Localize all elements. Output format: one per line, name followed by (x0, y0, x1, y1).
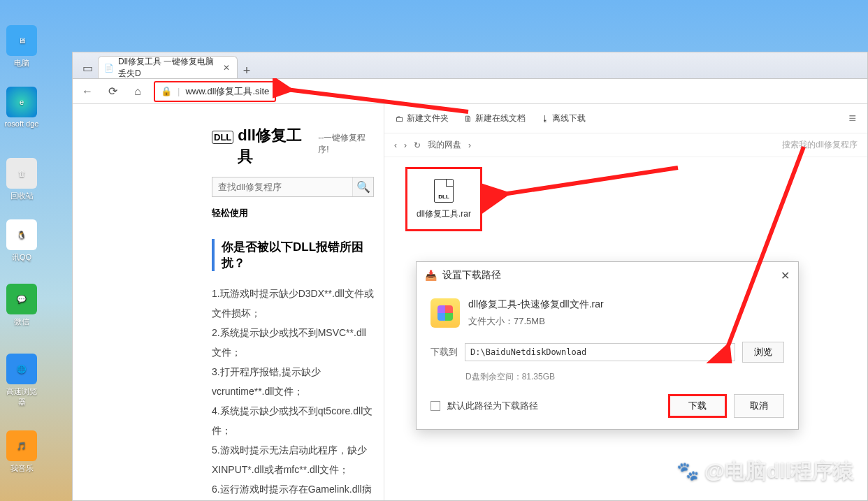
address-bar[interactable]: 🔒 | www.dll修复工具.site (154, 81, 276, 102)
dialog-filename: dll修复工具-快速修复dll文件.rar (468, 298, 604, 311)
list-item: 6.运行游戏时提示存在Gamelink.dll病毒； (212, 479, 374, 501)
site-title: dll修复工具 (238, 125, 314, 167)
list-item: 4.系统提示缺少或找不到qt5core.dll文件； (212, 401, 374, 440)
sidebar-headline: 你是否被以下DLL报错所困扰？ (212, 239, 374, 271)
close-icon[interactable]: ✕ (781, 269, 790, 282)
nav-back-icon[interactable]: ‹ (394, 140, 397, 150)
cancel-button[interactable]: 取消 (734, 394, 784, 418)
close-tab-icon[interactable]: ✕ (222, 63, 231, 73)
desktop-icon-label: 微信 (14, 317, 29, 326)
panel-search-placeholder[interactable]: 搜索我的dll修复程序 (782, 139, 858, 151)
desktop-icon-label: 讯QQ (12, 253, 31, 261)
desktop-icon-wechat[interactable]: 💬 微信 (3, 284, 41, 327)
desktop-icon-label: rosoft dge (5, 119, 39, 128)
desktop-icon-label: 我音乐 (10, 464, 34, 472)
download-icon: ⭳ (541, 114, 549, 124)
dll-icon: DLL (212, 131, 233, 144)
desktop-icon-edge[interactable]: e rosoft dge (3, 87, 41, 128)
site-subtitle: --一键修复程序! (318, 132, 374, 156)
list-item: 3.打开程序报错,提示缺少vcruntime**.dll文件； (212, 362, 374, 401)
site-sidebar: DLL dll修复工具 --一键修复程序! 🔍 轻松使用 你是否被以下DLL报错… (202, 104, 384, 500)
url-text: www.dll修复工具.site (185, 85, 269, 98)
file-icon: DLL (434, 179, 454, 203)
desktop-icon-recycle[interactable]: 🗑 回收站 (3, 158, 41, 201)
tabbar: ▭ 📄 Dll修复工具 一键修复电脑丢失D ✕ + (73, 52, 867, 79)
search-icon[interactable]: 🔍 (352, 177, 373, 196)
watermark: 🐾 @电脑dll程序猿 (677, 457, 854, 486)
browser-window: ▭ 📄 Dll修复工具 一键修复电脑丢失D ✕ + ← ⟳ ⌂ 🔒 | www.… (72, 52, 868, 501)
desktop-icon-label: 回收站 (10, 191, 34, 200)
browse-button[interactable]: 浏览 (742, 342, 784, 363)
toolbar: 🗀新建文件夹 🗎新建在线文档 ⭳离线下载 ≡ (384, 104, 867, 133)
sidebar-search: 🔍 (212, 177, 374, 197)
breadcrumb: ‹ › ↻ 我的网盘 › 搜索我的dll修复程序 (384, 133, 867, 157)
toolbar-offline[interactable]: ⭳离线下载 (541, 112, 586, 124)
new-tab-button[interactable]: + (238, 64, 256, 78)
tab-title: Dll修复工具 一键修复电脑丢失D (118, 56, 217, 80)
toolbar-newfolder[interactable]: 🗀新建文件夹 (396, 112, 449, 124)
list-item: 2.系统提示缺少或找不到MSVC**.dll文件； (212, 323, 374, 362)
list-item: 5.游戏时提示无法启动此程序，缺少XINPUT*.dll或者mfc**.dll文… (212, 440, 374, 479)
menu-icon[interactable]: ≡ (848, 111, 856, 126)
tab-active[interactable]: 📄 Dll修复工具 一键修复电脑丢失D ✕ (98, 56, 238, 78)
main-panel: 🗀新建文件夹 🗎新建在线文档 ⭳离线下载 ≡ ‹ › ↻ 我的网盘 › 搜索我的… (384, 104, 867, 500)
easy-use-label: 轻松使用 (212, 207, 374, 219)
download-button[interactable]: 下载 (668, 394, 727, 418)
default-path-checkbox[interactable] (431, 401, 440, 411)
tabs-overview-button[interactable]: ▭ (77, 57, 98, 78)
dialog-filesize: 文件大小：77.5MB (468, 315, 604, 328)
navbar: ← ⟳ ⌂ 🔒 | www.dll修复工具.site (73, 79, 867, 104)
lock-icon: 🔒 (161, 86, 172, 96)
desktop-icon-qq[interactable]: 🐧 讯QQ (3, 219, 41, 263)
desktop-icon-label: 高速浏览器 (6, 387, 37, 406)
desktop-icon-label: 电脑 (14, 59, 29, 67)
favicon: 📄 (104, 63, 114, 73)
desktop-icon-music[interactable]: 🎵 我音乐 (3, 430, 41, 474)
desktop-icon-browser[interactable]: 🌐 高速浏览器 (3, 354, 41, 407)
watermark-text: @电脑dll程序猿 (704, 457, 854, 486)
download-dialog: 📥 设置下载路径 ✕ dll修复工具-快速修复dll文件.rar 文件大小：77… (416, 261, 799, 430)
default-path-label: 默认此路径为下载路径 (447, 400, 538, 412)
back-button[interactable]: ← (78, 82, 96, 101)
folder-plus-icon: 🗀 (396, 114, 404, 124)
search-input[interactable] (212, 177, 352, 196)
file-name: dll修复工具.rar (417, 208, 471, 220)
app-icon (431, 298, 460, 328)
doc-icon: 🗎 (464, 114, 472, 124)
refresh-button[interactable]: ⟳ (103, 82, 122, 101)
sidebar-items: 1.玩游戏时提示缺少D3DX**.dll文件或文件损坏； 2.系统提示缺少或找不… (212, 284, 374, 501)
dialog-title: 设置下载路径 (442, 269, 501, 282)
dialog-title-bar: 📥 设置下载路径 ✕ (417, 262, 798, 289)
settings-icon: 📥 (425, 270, 437, 281)
nav-refresh-icon[interactable]: ↻ (414, 140, 421, 150)
path-input[interactable] (465, 343, 735, 361)
downloadto-label: 下载到 (431, 346, 458, 358)
disk-free: D盘剩余空间：81.35GB (417, 367, 798, 383)
list-item: 1.玩游戏时提示缺少D3DX**.dll文件或文件损坏； (212, 284, 374, 323)
paw-icon: 🐾 (677, 460, 699, 482)
breadcrumb-label[interactable]: 我的网盘 (428, 139, 461, 151)
toolbar-newdoc[interactable]: 🗎新建在线文档 (464, 112, 526, 124)
home-button[interactable]: ⌂ (129, 82, 147, 101)
nav-forward-icon[interactable]: › (404, 140, 407, 150)
site-logo: DLL dll修复工具 --一键修复程序! (212, 125, 374, 167)
file-item[interactable]: DLL dll修复工具.rar (405, 167, 482, 231)
desktop-icon-computer[interactable]: 🖥 电脑 (3, 25, 41, 68)
